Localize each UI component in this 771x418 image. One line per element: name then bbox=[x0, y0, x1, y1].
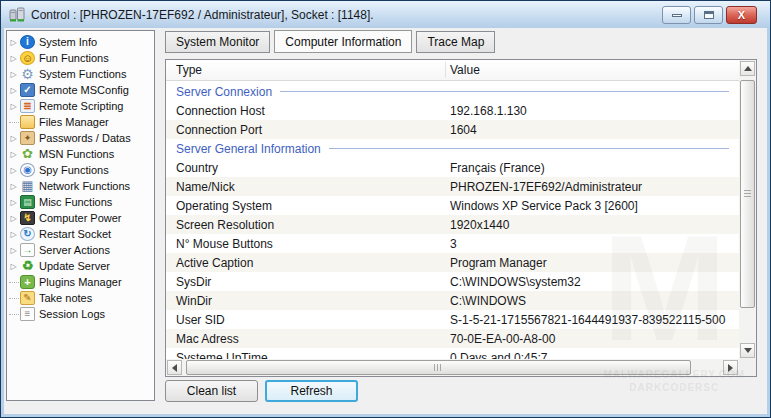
sidebar-item-system-info[interactable]: ▷iSystem Info bbox=[7, 34, 154, 50]
sidebar-item-network-functions[interactable]: ▷▦Network Functions bbox=[7, 178, 154, 194]
titlebar[interactable]: Control : [PHROZEN-17EF692 / Administrat… bbox=[1, 1, 770, 28]
info-table: Server ConnexionConnection Host192.168.1… bbox=[166, 82, 739, 359]
control-window: Control : [PHROZEN-17EF692 / Administrat… bbox=[0, 0, 771, 418]
type-cell: Active Caption bbox=[166, 256, 450, 270]
table-row-mac-adress[interactable]: Mac Adress70-0E-EA-00-A8-00 bbox=[166, 329, 739, 348]
column-header-value[interactable]: Value bbox=[450, 63, 480, 77]
section-header-server-general-information: Server General Information bbox=[166, 139, 739, 158]
expand-arrow-icon[interactable]: ▷ bbox=[7, 70, 20, 79]
sidebar-item-label: System Info bbox=[39, 36, 97, 48]
expand-arrow-icon[interactable]: ▷ bbox=[7, 214, 20, 223]
sidebar-item-remote-scripting[interactable]: ▷≣Remote Scripting bbox=[7, 98, 154, 114]
sidebar-item-session-logs[interactable]: ≡Session Logs bbox=[7, 306, 154, 322]
network-icon: ▦ bbox=[20, 179, 35, 193]
table-row-systeme-uptime[interactable]: Systeme UpTime0 Days and 0:45:7 bbox=[166, 348, 739, 359]
type-cell: N° Mouse Buttons bbox=[166, 237, 450, 251]
column-divider[interactable] bbox=[445, 62, 446, 78]
value-cell: C:\WINDOWS\system32 bbox=[450, 275, 739, 289]
expand-arrow-icon[interactable]: ▷ bbox=[7, 134, 20, 143]
restart-icon: ↻ bbox=[20, 227, 35, 241]
vertical-scrollbar[interactable] bbox=[739, 60, 756, 359]
table-row-country[interactable]: CountryFrançais (France) bbox=[166, 158, 739, 177]
table-row-operating-system[interactable]: Operating SystemWindows XP Service Pack … bbox=[166, 196, 739, 215]
arrow-up-icon bbox=[744, 66, 752, 71]
horizontal-scroll-thumb[interactable] bbox=[186, 360, 691, 375]
value-cell: 70-0E-EA-00-A8-00 bbox=[450, 332, 739, 346]
function-tree: ▷iSystem Info▷☺Fun Functions▷⚙System Fun… bbox=[6, 30, 155, 401]
table-row-connection-host[interactable]: Connection Host192.168.1.130 bbox=[166, 101, 739, 120]
expand-arrow-icon[interactable]: ▷ bbox=[7, 230, 20, 239]
value-cell: 1920x1440 bbox=[450, 218, 739, 232]
vertical-scroll-thumb[interactable] bbox=[740, 80, 755, 308]
sidebar-item-take-notes[interactable]: ✎Take notes bbox=[7, 290, 154, 306]
sidebar-item-system-functions[interactable]: ▷⚙System Functions bbox=[7, 66, 154, 82]
scroll-down-button[interactable] bbox=[740, 343, 755, 358]
value-cell: C:\WINDOWS bbox=[450, 294, 739, 308]
sidebar-item-server-actions[interactable]: ▷→Server Actions bbox=[7, 242, 154, 258]
key-user-icon: ✦ bbox=[20, 131, 35, 145]
power-icon: ↯ bbox=[20, 211, 35, 225]
clean-list-button[interactable]: Clean list bbox=[165, 380, 258, 402]
sidebar-item-label: System Functions bbox=[39, 68, 126, 80]
window-title: Control : [PHROZEN-17EF692 / Administrat… bbox=[31, 8, 374, 22]
arrow-down-icon bbox=[744, 348, 752, 353]
horizontal-scrollbar[interactable] bbox=[166, 359, 739, 376]
eye-icon: ◉ bbox=[20, 163, 35, 177]
type-cell: User SID bbox=[166, 313, 450, 327]
sidebar-item-msn-functions[interactable]: ▷✿MSN Functions bbox=[7, 146, 154, 162]
tab-system-monitor[interactable]: System Monitor bbox=[165, 31, 270, 53]
sidebar-item-label: Remote Scripting bbox=[39, 100, 123, 112]
sidebar-item-computer-power[interactable]: ▷↯Computer Power bbox=[7, 210, 154, 226]
expand-arrow-icon[interactable]: ▷ bbox=[7, 54, 20, 63]
table-row-screen-resolution[interactable]: Screen Resolution1920x1440 bbox=[166, 215, 739, 234]
column-header-type[interactable]: Type bbox=[176, 63, 202, 77]
section-title: Server General Information bbox=[166, 142, 321, 156]
sidebar-item-spy-functions[interactable]: ▷◉Spy Functions bbox=[7, 162, 154, 178]
sidebar-item-fun-functions[interactable]: ▷☺Fun Functions bbox=[7, 50, 154, 66]
tab-trace-map[interactable]: Trace Map bbox=[416, 31, 495, 53]
type-cell: SysDir bbox=[166, 275, 450, 289]
table-row-user-sid[interactable]: User SIDS-1-5-21-1715567821-1644491937-8… bbox=[166, 310, 739, 329]
expand-arrow-icon[interactable]: ▷ bbox=[7, 198, 20, 207]
footer-buttons: Clean listRefresh bbox=[165, 380, 358, 402]
table-row-active-caption[interactable]: Active CaptionProgram Manager bbox=[166, 253, 739, 272]
sidebar-item-files-manager[interactable]: Files Manager bbox=[7, 114, 154, 130]
table-row-sysdir[interactable]: SysDirC:\WINDOWS\system32 bbox=[166, 272, 739, 291]
sidebar-item-label: Passwords / Datas bbox=[39, 132, 131, 144]
expand-arrow-icon[interactable]: ▷ bbox=[7, 38, 20, 47]
expand-arrow-icon[interactable]: ▷ bbox=[7, 262, 20, 271]
expand-arrow-icon[interactable]: ▷ bbox=[7, 86, 20, 95]
expand-arrow-icon[interactable]: ▷ bbox=[7, 182, 20, 191]
sidebar-item-plugins-manager[interactable]: +Plugins Manager bbox=[7, 274, 154, 290]
scroll-up-button[interactable] bbox=[740, 61, 755, 76]
sidebar-item-label: Spy Functions bbox=[39, 164, 109, 176]
scroll-right-button[interactable] bbox=[723, 360, 738, 375]
minimize-button[interactable] bbox=[662, 6, 691, 24]
maximize-button[interactable] bbox=[694, 6, 723, 24]
section-rule-line bbox=[329, 148, 729, 149]
table-row-n-mouse-buttons[interactable]: N° Mouse Buttons3 bbox=[166, 234, 739, 253]
monitor-check-icon: ✓ bbox=[20, 83, 35, 97]
scroll-left-button[interactable] bbox=[167, 360, 182, 375]
thumb-grip bbox=[744, 190, 751, 199]
expand-arrow-icon[interactable]: ▷ bbox=[7, 166, 20, 175]
table-row-name-nick[interactable]: Name/NickPHROZEN-17EF692/Administrateur bbox=[166, 177, 739, 196]
sidebar-item-restart-socket[interactable]: ▷↻Restart Socket bbox=[7, 226, 154, 242]
server-action-icon: → bbox=[20, 243, 35, 257]
tab-computer-information[interactable]: Computer Information bbox=[274, 30, 412, 53]
refresh-button[interactable]: Refresh bbox=[265, 380, 358, 402]
close-button[interactable]: X bbox=[726, 6, 757, 24]
sidebar-item-update-server[interactable]: ▷♻Update Server bbox=[7, 258, 154, 274]
table-row-windir[interactable]: WinDirC:\WINDOWS bbox=[166, 291, 739, 310]
table-row-connection-port[interactable]: Connection Port1604 bbox=[166, 120, 739, 139]
value-cell: 192.168.1.130 bbox=[450, 104, 739, 118]
type-cell: Connection Port bbox=[166, 123, 450, 137]
sidebar-item-passwords-datas[interactable]: ▷✦Passwords / Datas bbox=[7, 130, 154, 146]
sidebar-item-misc-functions[interactable]: ▷▤Misc Functions bbox=[7, 194, 154, 210]
arrow-right-icon bbox=[728, 364, 733, 372]
sidebar-item-remote-msconfig[interactable]: ▷✓Remote MSConfig bbox=[7, 82, 154, 98]
type-cell: Systeme UpTime bbox=[166, 351, 450, 360]
expand-arrow-icon[interactable]: ▷ bbox=[7, 150, 20, 159]
expand-arrow-icon[interactable]: ▷ bbox=[7, 246, 20, 255]
expand-arrow-icon[interactable]: ▷ bbox=[7, 102, 20, 111]
